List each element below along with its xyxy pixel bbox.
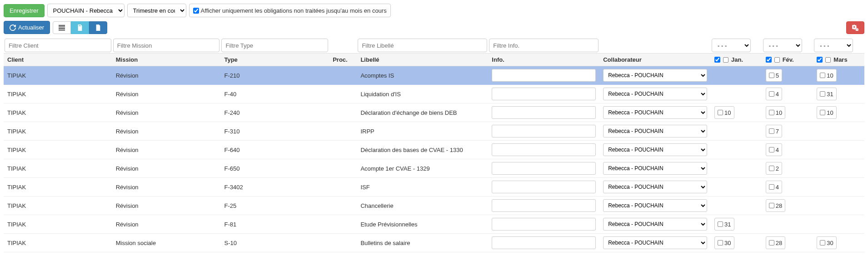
month-checkbox[interactable]	[769, 166, 774, 171]
table-row[interactable]: TIPIAKRévisionF-640Déclaration des bases…	[4, 141, 864, 159]
person-select[interactable]: POUCHAIN - Rebecca - RP	[47, 4, 125, 17]
month-checkbox[interactable]	[769, 110, 774, 115]
month-checkbox[interactable]	[769, 240, 774, 245]
month-checkbox[interactable]	[769, 128, 774, 134]
period-select[interactable]: Trimestre en cours	[127, 4, 186, 17]
header-mission[interactable]: Mission	[112, 54, 221, 66]
collab-select[interactable]: Rebecca - POUCHAIN	[603, 199, 707, 212]
table-row[interactable]: TIPIAKRévisionF-210Acomptes ISRebecca - …	[4, 66, 864, 85]
filter-client-input[interactable]	[5, 39, 111, 52]
filter-fev-select[interactable]: - - -	[763, 39, 802, 52]
header-client[interactable]: Client	[4, 54, 112, 66]
info-input[interactable]	[492, 218, 596, 231]
info-input[interactable]	[492, 181, 596, 193]
month-checkbox[interactable]	[769, 73, 774, 78]
month-checkbox[interactable]	[769, 203, 774, 208]
header-mars[interactable]: Mars	[813, 54, 864, 66]
month-checkbox[interactable]	[769, 184, 774, 190]
header-proc[interactable]: Proc.	[329, 54, 357, 66]
info-input[interactable]	[492, 236, 596, 249]
export-1-button[interactable]	[71, 21, 89, 34]
collab-select[interactable]: Rebecca - POUCHAIN	[603, 181, 707, 193]
collab-select[interactable]: Rebecca - POUCHAIN	[603, 125, 707, 137]
collab-select[interactable]: Rebecca - POUCHAIN	[603, 218, 707, 231]
month-cell-fev[interactable]: 10	[766, 106, 785, 119]
month-cell-fev[interactable]: 4	[766, 143, 782, 156]
mars-check-2[interactable]	[825, 57, 831, 63]
month-checkbox[interactable]	[820, 91, 825, 97]
list-view-button[interactable]	[53, 21, 71, 34]
month-cell-fev[interactable]: 7	[766, 125, 782, 137]
month-checkbox[interactable]	[718, 240, 723, 245]
info-input[interactable]	[492, 162, 596, 175]
filter-type-input[interactable]	[221, 39, 328, 52]
filter-mission-input[interactable]	[113, 39, 220, 52]
month-checkbox[interactable]	[769, 147, 774, 152]
header-collab[interactable]: Collaborateur	[599, 54, 711, 66]
month-cell-jan[interactable]: 30	[714, 236, 734, 249]
month-cell-fev[interactable]: 28	[766, 236, 785, 249]
collab-select[interactable]: Rebecca - POUCHAIN	[603, 143, 707, 156]
info-input[interactable]	[492, 125, 596, 137]
month-cell-mars[interactable]: 30	[817, 236, 836, 249]
header-fev[interactable]: Fév.	[762, 54, 813, 66]
filter-libelle-input[interactable]	[358, 39, 487, 52]
month-checkbox[interactable]	[820, 110, 825, 115]
table-row[interactable]: TIPIAKRévisionF-25ChancellerieRebecca - …	[4, 196, 864, 215]
export-2-button[interactable]	[89, 21, 107, 34]
month-checkbox[interactable]	[820, 240, 825, 245]
collab-select[interactable]: Rebecca - POUCHAIN	[603, 162, 707, 175]
month-cell-mars[interactable]: 10	[817, 69, 836, 82]
month-checkbox[interactable]	[718, 221, 723, 227]
collab-select[interactable]: Rebecca - POUCHAIN	[603, 106, 707, 119]
header-jan[interactable]: Jan.	[711, 54, 762, 66]
month-checkbox[interactable]	[820, 73, 825, 78]
header-libelle[interactable]: Libellé	[357, 54, 488, 66]
info-input[interactable]	[492, 199, 596, 212]
header-type[interactable]: Type	[220, 54, 329, 66]
fev-check-all[interactable]	[766, 57, 772, 63]
table-row[interactable]: TIPIAKMission socialeS-10Bulletins de sa…	[4, 234, 864, 252]
info-input[interactable]	[492, 69, 596, 82]
collab-select[interactable]: Rebecca - POUCHAIN	[603, 69, 707, 82]
month-cell-mars[interactable]: 10	[817, 106, 836, 119]
mars-check-all[interactable]	[817, 57, 823, 63]
month-checkbox[interactable]	[718, 110, 723, 115]
settings-button[interactable]	[846, 21, 864, 34]
month-day: 10	[827, 72, 833, 79]
month-cell-jan[interactable]: 10	[714, 106, 734, 119]
header-info[interactable]: Info.	[488, 54, 599, 66]
only-pending-checkbox[interactable]	[193, 8, 199, 14]
info-input[interactable]	[492, 88, 596, 100]
table-row[interactable]: TIPIAKRévisionF-240Déclaration d'échange…	[4, 103, 864, 122]
filter-info-input[interactable]	[489, 39, 599, 52]
filter-mars-select[interactable]: - - -	[814, 39, 853, 52]
jan-check-all[interactable]	[714, 57, 720, 63]
table-row[interactable]: TIPIAKRévisionF-81Etude PrévisionnellesR…	[4, 215, 864, 234]
month-cell-fev[interactable]: 28	[766, 199, 785, 212]
month-cell-fev[interactable]: 5	[766, 69, 782, 82]
table-row[interactable]: TIPIAKRévisionF-310IRPPRebecca - POUCHAI…	[4, 122, 864, 141]
month-cell-jan[interactable]: 31	[714, 218, 734, 231]
only-pending-toggle[interactable]: Afficher uniquement les obligations non …	[189, 4, 391, 17]
filter-jan-select[interactable]: - - -	[712, 39, 751, 52]
month-cell-fev[interactable]: 4	[766, 181, 782, 193]
month-day: 28	[776, 240, 782, 246]
info-input[interactable]	[492, 143, 596, 156]
month-checkbox[interactable]	[769, 91, 774, 97]
collab-select[interactable]: Rebecca - POUCHAIN	[603, 236, 707, 249]
refresh-button[interactable]: Actualiser	[4, 21, 50, 34]
table-row[interactable]: TIPIAKRévisionF-650Acompte 1er CVAE - 13…	[4, 159, 864, 178]
month-cell-fev[interactable]: 4	[766, 88, 782, 100]
collab-select[interactable]: Rebecca - POUCHAIN	[603, 88, 707, 100]
month-day: 7	[776, 128, 779, 135]
table-row[interactable]: TIPIAKRévisionF-40Liquidation d'ISRebecc…	[4, 85, 864, 103]
fev-check-2[interactable]	[774, 57, 780, 63]
jan-check-2[interactable]	[723, 57, 728, 63]
month-cell-mars[interactable]: 31	[817, 88, 836, 100]
cell-libelle: IRPP	[360, 128, 374, 135]
month-cell-fev[interactable]: 2	[766, 162, 782, 175]
save-button[interactable]: Enregistrer	[4, 4, 45, 17]
table-row[interactable]: TIPIAKRévisionF-3402ISFRebecca - POUCHAI…	[4, 178, 864, 196]
info-input[interactable]	[492, 106, 596, 119]
